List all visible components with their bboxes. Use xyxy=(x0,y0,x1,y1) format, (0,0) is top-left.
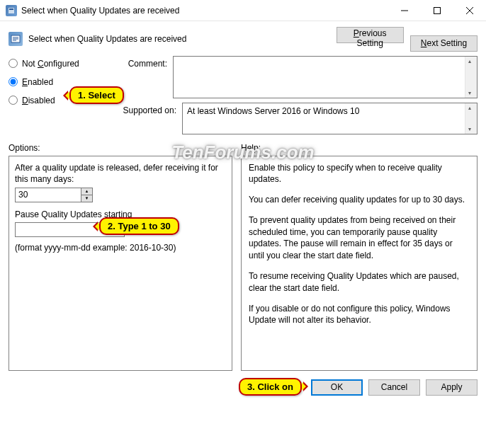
callout-2: 2. Type 1 to 30 xyxy=(99,217,179,235)
supported-scrollbar[interactable] xyxy=(465,103,477,134)
format-hint: (format yyyy-mm-dd example: 2016-10-30) xyxy=(15,243,226,253)
callout-3: 3. Click on xyxy=(239,378,302,396)
policy-icon xyxy=(9,32,23,46)
footer: 3. Click on OK Cancel Apply xyxy=(9,371,477,396)
defer-label: After a quality update is released, defe… xyxy=(15,162,226,185)
radio-not-configured-input[interactable] xyxy=(9,59,18,68)
options-header: Options: xyxy=(9,143,232,153)
comment-row: Comment: xyxy=(122,56,477,98)
help-p5: If you disable or do not configure this … xyxy=(249,303,470,327)
radio-not-configured-label: Not Configured xyxy=(22,59,79,69)
supported-box: At least Windows Server 2016 or Windows … xyxy=(182,103,477,134)
spin-buttons: ▲ ▼ xyxy=(81,188,92,202)
nav-buttons: Previous Setting Next Setting xyxy=(332,27,477,52)
header-row: Select when Quality Updates are received… xyxy=(9,27,477,52)
callout-1: 1. Select xyxy=(69,86,124,104)
help-panel: Enable this policy to specify when to re… xyxy=(241,156,477,371)
apply-button[interactable]: Apply xyxy=(426,379,477,396)
radio-enabled-label: Enabled xyxy=(22,77,53,87)
field-column: Comment: Supported on: At least Windows … xyxy=(122,56,477,137)
comment-label: Comment: xyxy=(122,56,173,98)
help-p3: To prevent quality updates from being re… xyxy=(249,214,470,262)
svg-rect-3 xyxy=(434,7,441,13)
titlebar: Select when Quality Updates are received xyxy=(0,0,486,21)
radio-enabled[interactable]: Enabled xyxy=(9,77,122,87)
defer-spin-wrap: ▲ ▼ xyxy=(15,188,226,202)
minimize-button[interactable] xyxy=(388,0,421,21)
ok-button[interactable]: OK xyxy=(311,379,363,396)
radio-disabled-input[interactable] xyxy=(9,96,18,105)
svg-rect-1 xyxy=(9,8,13,10)
columns: Options: After a quality update is relea… xyxy=(9,143,477,371)
cancel-button[interactable]: Cancel xyxy=(368,379,420,396)
previous-setting-button[interactable]: Previous Setting xyxy=(337,27,404,43)
defer-days-spinbox[interactable]: ▲ ▼ xyxy=(15,188,93,202)
window-title: Select when Quality Updates are received xyxy=(21,6,388,16)
comment-textarea[interactable] xyxy=(173,56,477,98)
radio-disabled-label: Disabled xyxy=(22,96,55,105)
close-button[interactable] xyxy=(453,0,486,21)
spin-up-button[interactable]: ▲ xyxy=(81,188,92,195)
options-column: Options: After a quality update is relea… xyxy=(9,143,232,371)
defer-days-input[interactable] xyxy=(16,188,81,202)
maximize-button[interactable] xyxy=(421,0,453,21)
state-radios: Not Configured Enabled Disabled xyxy=(9,56,122,114)
help-p4: To resume receiving Quality Updates whic… xyxy=(249,270,470,294)
help-column: Help: Enable this policy to specify when… xyxy=(241,143,477,371)
help-header: Help: xyxy=(241,143,477,153)
help-p1: Enable this policy to specify when to re… xyxy=(249,162,470,186)
comment-scrollbar[interactable] xyxy=(465,57,477,98)
supported-row: Supported on: At least Windows Server 20… xyxy=(122,103,477,134)
next-setting-button[interactable]: Next Setting xyxy=(410,35,477,52)
help-p2: You can defer receiving quality updates … xyxy=(249,194,470,206)
header-title: Select when Quality Updates are received xyxy=(28,34,332,44)
content-area: Select when Quality Updates are received… xyxy=(0,21,486,404)
radio-not-configured[interactable]: Not Configured xyxy=(9,59,122,69)
spin-down-button[interactable]: ▼ xyxy=(81,195,92,202)
supported-label: Supported on: xyxy=(122,103,182,134)
app-icon xyxy=(6,5,17,16)
radio-enabled-input[interactable] xyxy=(9,77,18,86)
options-panel: After a quality update is released, defe… xyxy=(9,156,232,371)
supported-text: At least Windows Server 2016 or Windows … xyxy=(183,103,477,119)
